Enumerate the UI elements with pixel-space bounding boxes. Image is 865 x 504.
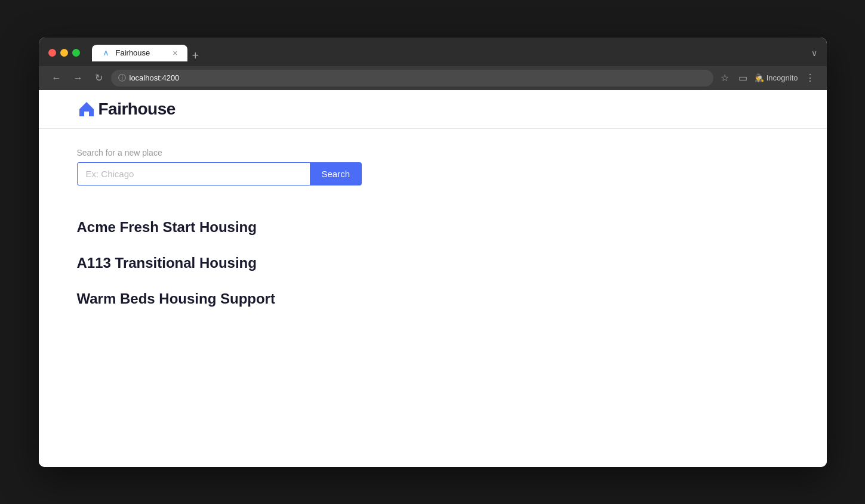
forward-button[interactable]: → <box>70 70 87 86</box>
search-row: Search <box>77 162 789 185</box>
list-item[interactable]: A113 Transitional Housing <box>77 245 789 281</box>
active-tab[interactable]: A Fairhouse × <box>92 45 187 61</box>
address-port: :4200 <box>160 73 180 82</box>
refresh-button[interactable]: ↻ <box>91 70 106 86</box>
search-input[interactable] <box>77 162 310 185</box>
cast-button[interactable]: ▭ <box>736 70 750 86</box>
list-item[interactable]: Acme Fresh Start Housing <box>77 209 789 245</box>
browser-toolbar: ← → ↻ ⓘ localhost:4200 ☆ ▭ 🕵 Incognito ⋮ <box>39 66 827 90</box>
bookmark-button[interactable]: ☆ <box>718 70 731 86</box>
page-header: Fairhouse <box>39 90 827 129</box>
maximize-traffic-light[interactable] <box>72 49 80 57</box>
minimize-traffic-light[interactable] <box>60 49 68 57</box>
incognito-label: Incognito <box>767 73 798 82</box>
housing-list: Acme Fresh Start Housing A113 Transition… <box>77 209 789 317</box>
address-text: localhost:4200 <box>130 73 180 82</box>
housing-item-title: A113 Transitional Housing <box>77 255 789 271</box>
housing-item-title: Warm Beds Housing Support <box>77 290 789 307</box>
page-main: Search for a new place Search Acme Fresh… <box>39 129 827 336</box>
logo-text: Fairhouse <box>98 100 176 119</box>
info-icon: ⓘ <box>118 73 126 84</box>
tab-bar: A Fairhouse × + <box>92 45 804 61</box>
back-button[interactable]: ← <box>48 70 65 86</box>
close-traffic-light[interactable] <box>48 49 56 57</box>
search-section: Search for a new place Search <box>77 148 789 185</box>
address-bar[interactable]: ⓘ localhost:4200 <box>111 70 713 86</box>
new-tab-button[interactable]: + <box>187 50 204 61</box>
tab-title: Fairhouse <box>116 48 168 57</box>
page-content: Fairhouse Search for a new place Search … <box>39 90 827 467</box>
list-item[interactable]: Warm Beds Housing Support <box>77 281 789 317</box>
tab-favicon: A <box>101 48 111 58</box>
menu-button[interactable]: ⋮ <box>803 70 817 86</box>
incognito-badge: 🕵 Incognito <box>755 73 798 82</box>
housing-item-title: Acme Fresh Start Housing <box>77 219 789 236</box>
address-host: localhost <box>130 73 160 82</box>
search-label: Search for a new place <box>77 148 789 157</box>
logo-icon <box>77 100 96 119</box>
tab-close-button[interactable]: × <box>173 49 177 57</box>
browser-chrome: A Fairhouse × + ∨ ← → ↻ ⓘ localhost:4200… <box>39 38 827 90</box>
traffic-lights <box>48 49 80 57</box>
incognito-icon: 🕵 <box>755 73 764 82</box>
tab-chevron-icon: ∨ <box>811 48 817 58</box>
search-button[interactable]: Search <box>310 162 362 185</box>
browser-titlebar: A Fairhouse × + ∨ <box>39 38 827 66</box>
logo[interactable]: Fairhouse <box>77 100 176 119</box>
toolbar-actions: ☆ ▭ 🕵 Incognito ⋮ <box>718 70 817 86</box>
browser-window: A Fairhouse × + ∨ ← → ↻ ⓘ localhost:4200… <box>39 38 827 467</box>
